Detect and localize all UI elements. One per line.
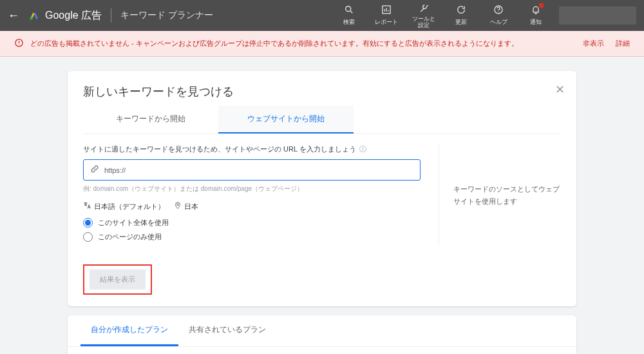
account-chip[interactable] <box>559 6 636 25</box>
tab-shared-plans[interactable]: 共有されているプラン <box>178 315 276 346</box>
refresh-icon <box>456 5 466 17</box>
bell-icon <box>531 5 541 17</box>
warning-icon <box>14 38 24 50</box>
google-ads-logo <box>28 10 40 21</box>
notification-badge <box>539 3 544 8</box>
app-header: ← Google 広告 キーワード プランナー 検索 レポート ツールと 設定 <box>0 0 644 31</box>
tab-start-with-keywords[interactable]: キーワードから開始 <box>83 106 218 133</box>
radio-whole-site-label: このサイト全体を使用 <box>98 218 169 228</box>
side-note: キーワードのソースとしてウェブサイトを使用します <box>439 144 561 246</box>
tab-start-with-website[interactable]: ウェブサイトから開始 <box>218 106 354 133</box>
instruction-label: サイトに適したキーワードを見つけるため、サイトやページの URL を入力しましょ… <box>83 145 356 153</box>
plans-card: 自分が作成したプラン 共有されているプラン フィルタを追加 表示項目 プラン ス… <box>68 315 576 354</box>
keyword-discovery-card: ✕ 新しいキーワードを見つける キーワードから開始 ウェブサイトから開始 サイト… <box>68 71 576 306</box>
header-divider <box>111 8 111 23</box>
nav-help-label: ヘルプ <box>490 18 507 26</box>
scope-radios: このサイト全体を使用 このページのみ使用 <box>83 218 421 242</box>
nav-report[interactable]: レポート <box>375 5 398 26</box>
submit-highlight-box: 結果を表示 <box>83 264 152 295</box>
tab-my-plans[interactable]: 自分が作成したプラン <box>80 315 178 346</box>
help-icon <box>493 5 504 17</box>
svg-point-0 <box>30 17 33 20</box>
wrench-icon <box>419 3 429 15</box>
back-arrow-icon[interactable]: ← <box>8 9 23 23</box>
instruction-text: サイトに適したキーワードを見つけるため、サイトやページの URL を入力しましょ… <box>83 144 421 154</box>
radio-this-page[interactable]: このページのみ使用 <box>83 232 421 242</box>
help-tooltip-icon[interactable]: ⓘ <box>359 145 366 153</box>
nav-report-label: レポート <box>375 18 398 26</box>
filter-row: フィルタを追加 表示項目 <box>68 347 576 354</box>
radio-this-page-input[interactable] <box>83 232 93 242</box>
nav-search-label: 検索 <box>343 18 355 26</box>
link-icon <box>90 164 99 175</box>
nav-refresh-label: 更新 <box>455 18 467 26</box>
svg-point-1 <box>346 6 351 12</box>
location-icon <box>174 202 182 211</box>
nav-notify[interactable]: 通知 <box>524 5 547 26</box>
alert-bar: どの広告も掲載されていません - キャンペーンおよび広告グループは停止中であるか… <box>0 31 644 57</box>
language-selector[interactable]: 日本語（デフォルト） <box>83 201 165 211</box>
location-label: 日本 <box>184 202 198 211</box>
nav-tools[interactable]: ツールと 設定 <box>412 3 435 29</box>
url-input[interactable] <box>104 166 413 174</box>
svg-point-5 <box>177 204 179 206</box>
nav-search[interactable]: 検索 <box>337 5 361 26</box>
url-input-box[interactable] <box>83 159 421 181</box>
plans-tabs: 自分が作成したプラン 共有されているプラン <box>68 315 576 347</box>
language-label: 日本語（デフォルト） <box>94 202 165 211</box>
nav-notify-label: 通知 <box>530 18 542 26</box>
side-note-text: キーワードのソースとしてウェブサイトを使用します <box>453 183 561 207</box>
radio-this-page-label: このページのみ使用 <box>98 232 162 242</box>
close-icon[interactable]: ✕ <box>555 83 565 97</box>
card-title: 新しいキーワードを見つける <box>83 84 561 99</box>
nav-refresh[interactable]: 更新 <box>450 5 473 26</box>
location-selector[interactable]: 日本 <box>174 202 198 211</box>
nav-help[interactable]: ヘルプ <box>487 5 510 26</box>
show-results-button[interactable]: 結果を表示 <box>90 270 146 290</box>
alert-message: どの広告も掲載されていません - キャンペーンおよび広告グループは停止中であるか… <box>30 39 571 48</box>
chart-icon <box>381 5 392 17</box>
alert-detail-link[interactable]: 詳細 <box>616 39 630 48</box>
radio-whole-site[interactable]: このサイト全体を使用 <box>83 218 421 228</box>
input-mode-tabs: キーワードから開始 ウェブサイトから開始 <box>83 106 561 134</box>
header-nav: 検索 レポート ツールと 設定 更新 ヘルプ <box>337 3 547 29</box>
nav-tools-label: ツールと 設定 <box>412 16 435 29</box>
radio-whole-site-input[interactable] <box>83 218 93 228</box>
search-icon <box>344 5 354 17</box>
page-title: キーワード プランナー <box>120 10 213 21</box>
alert-hide-link[interactable]: 非表示 <box>583 39 604 48</box>
url-hint: 例: domain.com（ウェブサイト）または domain.com/page… <box>83 184 421 193</box>
brand-text: Google 広告 <box>45 9 102 23</box>
translate-icon <box>83 201 91 211</box>
